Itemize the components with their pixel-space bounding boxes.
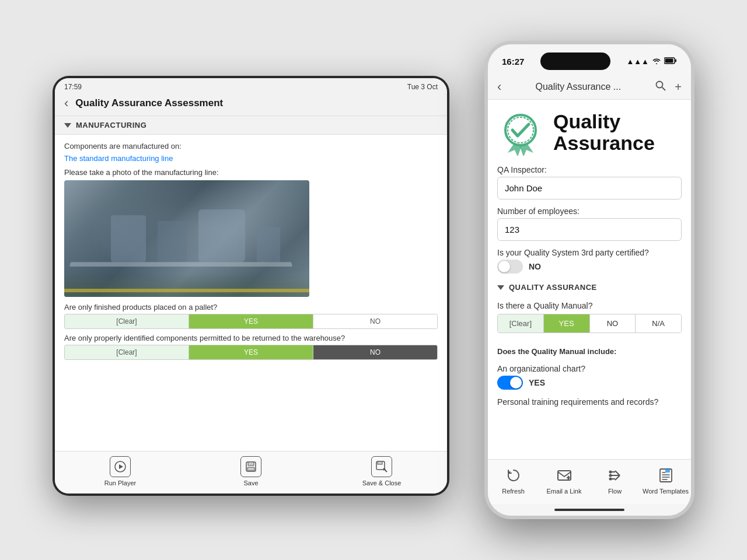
tablet-status-bar: 17:59 Tue 3 Oct bbox=[55, 78, 447, 93]
components-link[interactable]: The standard manufacturing line bbox=[64, 154, 173, 163]
certified-toggle[interactable] bbox=[497, 260, 523, 274]
org-chart-toggle-label: YES bbox=[529, 378, 545, 387]
refresh-btn[interactable]: Refresh bbox=[488, 466, 539, 495]
word-templates-btn[interactable]: Word Templates bbox=[640, 466, 691, 495]
refresh-icon bbox=[504, 466, 523, 485]
q1-yes-btn[interactable]: YES bbox=[189, 314, 313, 328]
home-bar bbox=[554, 509, 624, 511]
run-player-label: Run Player bbox=[104, 480, 136, 487]
phone-status-bar: 16:27 ▲▲▲ bbox=[488, 44, 691, 74]
flow-icon bbox=[605, 466, 625, 485]
certified-toggle-label: NO bbox=[529, 262, 541, 271]
wifi-icon bbox=[652, 57, 661, 66]
tablet-section-header: MANUFACTURING bbox=[55, 116, 447, 135]
signal-icon: ▲▲▲ bbox=[626, 57, 649, 66]
svg-point-12 bbox=[657, 81, 663, 88]
q2-clear-btn[interactable]: [Clear] bbox=[65, 345, 189, 359]
tablet-date: Tue 3 Oct bbox=[407, 83, 438, 91]
run-player-icon bbox=[110, 456, 131, 477]
qm-clear-btn[interactable]: [Clear] bbox=[498, 314, 544, 332]
personal-training-label: Personal training requirements and recor… bbox=[497, 397, 682, 408]
email-link-label: Email a Link bbox=[547, 488, 582, 495]
qm-na-btn[interactable]: N/A bbox=[636, 314, 681, 332]
svg-point-25 bbox=[609, 471, 612, 474]
inspector-field: QA Inspector: John Doe bbox=[497, 165, 682, 200]
word-templates-icon bbox=[656, 466, 676, 485]
dynamic-island bbox=[540, 52, 610, 70]
svg-rect-6 bbox=[378, 461, 382, 464]
toggle-knob bbox=[498, 261, 510, 272]
svg-rect-3 bbox=[248, 462, 254, 466]
org-chart-field: An organizational chart? YES bbox=[497, 364, 682, 390]
tablet-toolbar: Run Player Save bbox=[55, 451, 447, 494]
phone-section-qa: QUALITY ASSURANCE bbox=[497, 281, 682, 294]
section-label-manufacturing: MANUFACTURING bbox=[76, 121, 146, 130]
phone-device: 16:27 ▲▲▲ ‹ Quality Assurance ... bbox=[484, 41, 694, 519]
tablet-nav-bar: ‹ Quality Assurance Assessment bbox=[55, 93, 447, 116]
flow-btn[interactable]: Flow bbox=[589, 466, 640, 495]
certified-field: Is your Quality System 3rd party certifi… bbox=[497, 248, 682, 274]
tablet-time: 17:59 bbox=[64, 83, 82, 91]
org-chart-toggle[interactable] bbox=[497, 376, 523, 390]
quality-manual-btn-group: [Clear] YES NO N/A bbox=[497, 314, 682, 333]
inspector-label: QA Inspector: bbox=[497, 165, 682, 174]
components-label: Components are manufactured on: bbox=[64, 142, 438, 150]
employees-field: Number of employees: 123 bbox=[497, 206, 682, 241]
phone-nav-icons: + bbox=[655, 80, 682, 94]
tablet-content: MANUFACTURING Components are manufacture… bbox=[55, 116, 447, 451]
qa-section-collapse-icon[interactable] bbox=[497, 285, 504, 290]
qm-no-btn[interactable]: NO bbox=[590, 314, 636, 332]
quality-manual-note: Does the Quality Manual include: bbox=[497, 347, 682, 356]
svg-rect-10 bbox=[665, 58, 673, 62]
save-label: Save bbox=[243, 480, 258, 487]
email-link-btn[interactable]: Email a Link bbox=[539, 466, 589, 495]
employees-input[interactable]: 123 bbox=[497, 218, 682, 241]
phone-content: Quality Assurance QA Inspector: John Doe… bbox=[488, 100, 691, 459]
tablet-back-button[interactable]: ‹ bbox=[64, 96, 68, 111]
photo-label: Please take a photo of the manufacturing… bbox=[64, 168, 438, 177]
svg-rect-11 bbox=[675, 59, 676, 62]
manufacturing-photo bbox=[64, 180, 309, 297]
save-close-btn[interactable]: Save & Close bbox=[316, 456, 447, 487]
collapse-icon[interactable] bbox=[64, 123, 71, 128]
qm-yes-btn[interactable]: YES bbox=[544, 314, 590, 332]
question2-label: Are only properly identified components … bbox=[64, 334, 438, 342]
certified-label: Is your Quality System 3rd party certifi… bbox=[497, 248, 682, 257]
employees-label: Number of employees: bbox=[497, 206, 682, 216]
tablet-page-title: Quality Assurance Assessment bbox=[75, 97, 223, 109]
save-btn[interactable]: Save bbox=[186, 456, 316, 487]
tablet-device: 17:59 Tue 3 Oct ‹ Quality Assurance Asse… bbox=[53, 76, 449, 496]
phone-status-icons: ▲▲▲ bbox=[626, 57, 677, 66]
question1-row: Are only finished products placed on a p… bbox=[64, 303, 438, 329]
q1-no-btn[interactable]: NO bbox=[313, 314, 437, 328]
photo-field: Please take a photo of the manufacturing… bbox=[64, 168, 438, 297]
phone-search-icon[interactable] bbox=[655, 80, 666, 94]
q1-clear-btn[interactable]: [Clear] bbox=[65, 314, 189, 328]
svg-rect-4 bbox=[247, 467, 254, 471]
quality-manual-field: Is there a Quality Manual? [Clear] YES N… bbox=[497, 301, 682, 338]
q2-no-btn[interactable]: NO bbox=[313, 345, 437, 359]
svg-line-21 bbox=[615, 471, 620, 475]
svg-line-13 bbox=[662, 87, 666, 90]
org-chart-label: An organizational chart? bbox=[497, 364, 682, 373]
question1-btn-group: [Clear] YES NO bbox=[64, 314, 438, 329]
email-link-icon bbox=[554, 466, 574, 485]
question1-label: Are only finished products placed on a p… bbox=[64, 303, 438, 312]
phone-time: 16:27 bbox=[502, 57, 524, 66]
phone-toolbar: Refresh Email a Link bbox=[488, 459, 691, 504]
phone-add-icon[interactable]: + bbox=[675, 80, 682, 94]
inspector-input[interactable]: John Doe bbox=[497, 177, 682, 200]
qa-badge-icon bbox=[497, 109, 544, 156]
qa-question1: Is there a Quality Manual? bbox=[497, 301, 682, 310]
org-chart-toggle-row: YES bbox=[497, 376, 682, 390]
tablet-form-area: Components are manufactured on: The stan… bbox=[55, 135, 447, 451]
save-icon bbox=[240, 456, 261, 477]
q2-yes-btn[interactable]: YES bbox=[189, 345, 313, 359]
scene: 17:59 Tue 3 Oct ‹ Quality Assurance Asse… bbox=[53, 41, 694, 519]
qa-title-line1: Quality bbox=[553, 110, 620, 132]
svg-point-26 bbox=[609, 478, 612, 481]
phone-back-button[interactable]: ‹ bbox=[497, 79, 501, 94]
svg-point-27 bbox=[609, 474, 612, 477]
save-close-icon bbox=[371, 456, 392, 477]
run-player-btn[interactable]: Run Player bbox=[55, 456, 186, 487]
